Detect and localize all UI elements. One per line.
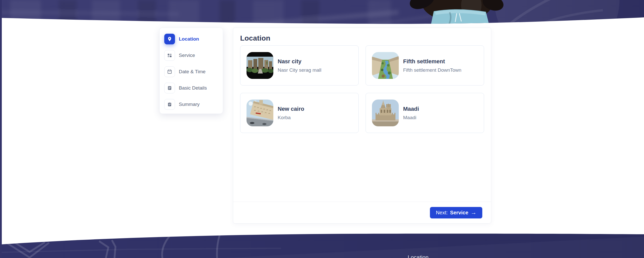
- location-option-new-cairo[interactable]: New cairo Korba: [240, 93, 359, 133]
- step-label: Date & Time: [179, 69, 206, 75]
- wizard-footer-bar: Next: Service →: [233, 202, 491, 223]
- step-label: Summary: [179, 102, 200, 107]
- step-basic-details[interactable]: Basic Details: [160, 83, 223, 93]
- location-option-nasr-city[interactable]: Nasr city Nasr City serag mall: [240, 45, 359, 85]
- option-title: New cairo: [278, 106, 304, 112]
- location-option-maadi[interactable]: Maadi Maadi: [366, 93, 484, 133]
- hero-banner: [0, 0, 644, 28]
- location-pin-icon: [164, 34, 175, 44]
- next-button-target: Service: [450, 210, 468, 216]
- option-title: Nasr city: [278, 58, 321, 65]
- left-edge-strip: [0, 0, 2, 258]
- step-summary[interactable]: Summary: [160, 99, 223, 110]
- step-label: Location: [179, 36, 199, 42]
- option-subtitle: Fifth settlement DownTown: [403, 67, 461, 73]
- arrow-right-icon: →: [471, 210, 476, 215]
- next-button-prefix: Next:: [436, 210, 448, 216]
- clipboard-check-icon: [164, 99, 175, 110]
- booking-wizard-page: Location Service: [0, 0, 644, 258]
- footer-heading: Location: [408, 254, 429, 258]
- option-subtitle: Nasr City serag mall: [278, 67, 321, 73]
- option-subtitle: Korba: [278, 115, 304, 120]
- step-date-time[interactable]: Date & Time: [160, 66, 223, 77]
- step-label: Basic Details: [179, 85, 207, 91]
- location-step-panel: Location: [233, 28, 491, 224]
- fifth-settlement-thumbnail: [372, 52, 399, 79]
- option-title: Fifth settlement: [403, 58, 461, 65]
- maadi-thumbnail: [372, 100, 399, 126]
- step-location[interactable]: Location: [160, 34, 223, 44]
- location-options-grid: Nasr city Nasr City serag mall: [240, 45, 484, 133]
- document-icon: [164, 83, 175, 93]
- page-title: Location: [240, 34, 491, 42]
- service-icon: [164, 50, 175, 61]
- wizard-steps-sidebar: Location Service: [159, 28, 223, 114]
- option-subtitle: Maadi: [403, 115, 419, 120]
- option-title: Maadi: [403, 106, 419, 112]
- next-service-button[interactable]: Next: Service →: [430, 207, 482, 218]
- new-cairo-thumbnail: [247, 100, 273, 126]
- nasr-city-thumbnail: [247, 52, 273, 79]
- footer-banner: [0, 232, 644, 258]
- calendar-icon: [164, 66, 175, 77]
- location-option-fifth-settlement[interactable]: Fifth settlement Fifth settlement DownTo…: [366, 45, 484, 85]
- step-label: Service: [179, 53, 195, 58]
- step-service[interactable]: Service: [160, 50, 223, 61]
